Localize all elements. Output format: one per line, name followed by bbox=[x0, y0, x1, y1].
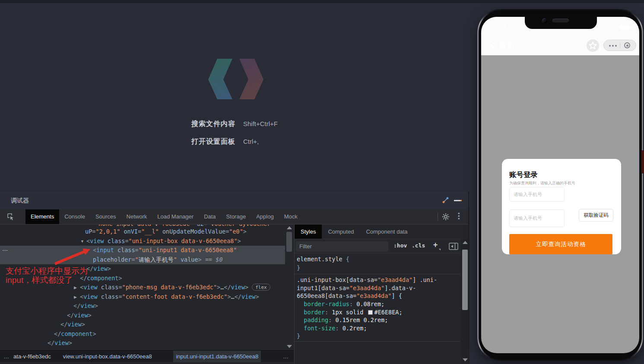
login-card: 账号登录 为确保查询顺利，请输入正确的手机号 请输入手机号 请输入手机号 获取验… bbox=[502, 159, 621, 254]
css-token: : bbox=[335, 325, 342, 332]
css-token: : bbox=[325, 309, 332, 316]
more-icon-dot bbox=[612, 45, 614, 47]
login-title: 账号登录 bbox=[509, 170, 538, 180]
css-token: #E6E8EA; bbox=[374, 309, 403, 316]
css-token: 1px solid bbox=[332, 309, 367, 316]
css-token: input1[data-sa= bbox=[297, 285, 349, 291]
devtools-tab-applog[interactable]: Applog bbox=[251, 209, 279, 224]
breadcrumb-item[interactable]: input.uni-input1.data-v-6650eea8 bbox=[173, 351, 261, 362]
css-token: element.style bbox=[297, 256, 346, 263]
css-token: 0.08rem; bbox=[356, 301, 384, 307]
css-line[interactable]: .uni-input-box[data-sa="e3aad4da"] .uni- bbox=[297, 276, 437, 283]
phone-power-button bbox=[641, 150, 644, 174]
speaker-grille bbox=[552, 19, 569, 22]
rule-separator-2 bbox=[295, 341, 460, 342]
css-line[interactable]: border: 1px solid #E6E8EA; bbox=[297, 309, 403, 316]
css-token: 0.15rem 0.2rem; bbox=[335, 317, 388, 323]
css-token: padding bbox=[297, 317, 328, 323]
css-token: .uni-input-box[data-sa= bbox=[297, 276, 378, 283]
css-line[interactable]: input1[data-sa="e3aad4da"].data-v- bbox=[297, 285, 416, 291]
devtools-tab-load-manager[interactable]: Load Manager bbox=[152, 209, 199, 224]
shortcut-row: 打开设置面板Ctrl+, bbox=[191, 137, 235, 146]
camera-icon bbox=[542, 18, 547, 23]
styles-pane: StylesComputedComponent data Filter :hov… bbox=[294, 225, 469, 364]
get-code-button[interactable]: 获取验证码 bbox=[579, 209, 613, 222]
shortcut-label: 打开设置面板 bbox=[191, 138, 235, 145]
inspect-icon[interactable] bbox=[7, 213, 15, 221]
styles-toolbar: Filter :hov .cls + bbox=[295, 239, 460, 253]
devtools-tab-data[interactable]: Data bbox=[199, 209, 221, 224]
battery-icon bbox=[620, 25, 630, 30]
scrollbar-thumb[interactable] bbox=[286, 232, 292, 252]
more-icon-dot bbox=[609, 45, 611, 47]
sidebar-toggle-icon[interactable] bbox=[449, 243, 458, 250]
styles-scroll-down[interactable] bbox=[463, 358, 468, 361]
styles-tab-computed[interactable]: Computed bbox=[322, 225, 360, 239]
styles-tab-styles[interactable]: Styles bbox=[295, 225, 322, 239]
css-token: : bbox=[349, 301, 356, 307]
cls-toggle[interactable]: .cls bbox=[412, 242, 425, 249]
login-subtitle: 为确保查询顺利，请输入正确的手机号 bbox=[509, 180, 575, 186]
expand-icon[interactable] bbox=[442, 196, 449, 204]
color-swatch[interactable] bbox=[368, 310, 373, 315]
editor-background: 搜索文件内容Shift+Ctrl+F打开设置面板Ctrl+, bbox=[0, 3, 469, 191]
new-rule-button[interactable]: + bbox=[433, 241, 438, 249]
favorite-button[interactable] bbox=[587, 39, 599, 52]
more-icon-dot bbox=[615, 45, 617, 47]
shortcut-row: 搜索文件内容Shift+Ctrl+F bbox=[191, 120, 235, 129]
css-line[interactable]: 6650eea8[data-sa="e3aad4da"] { bbox=[297, 292, 402, 299]
kebab-menu-icon[interactable]: ••• bbox=[458, 212, 460, 221]
annotation-text-line2: input，样式都没了 bbox=[6, 275, 73, 286]
nav-title[interactable]: 首页 bbox=[498, 40, 515, 51]
hov-toggle[interactable]: :hov bbox=[393, 242, 407, 249]
css-line[interactable]: } bbox=[297, 264, 300, 271]
css-token: ].data-v- bbox=[384, 285, 416, 291]
devtools-tab-console[interactable]: Console bbox=[59, 209, 90, 224]
breadcrumb-item[interactable]: ata-v-f6eb3edc bbox=[13, 351, 51, 362]
submit-button[interactable]: 立即查询活动资格 bbox=[509, 234, 612, 254]
phone-number-input[interactable]: 请输入手机号 bbox=[509, 187, 565, 202]
css-line[interactable]: font-size: 0.2rem; bbox=[297, 325, 367, 332]
phone-screen: 09:21 100% 首页 bbox=[481, 17, 639, 353]
styles-scroll-up[interactable] bbox=[463, 241, 468, 244]
breadcrumb-item[interactable]: … bbox=[283, 351, 289, 362]
breadcrumb-item[interactable]: view.uni-input-box.data-v-6650eea8 bbox=[63, 351, 152, 362]
debugger-panel: 调试器 ElementsConsoleSourcesNetworkLoad Ma… bbox=[0, 191, 469, 364]
gear-icon[interactable] bbox=[441, 212, 450, 221]
rule-separator-1 bbox=[295, 274, 460, 274]
back-chevron-icon[interactable] bbox=[490, 42, 498, 49]
styles-scrollbar-thumb[interactable] bbox=[462, 250, 468, 310]
screenshot-root: 搜索文件内容Shift+Ctrl+F打开设置面板Ctrl+, 调试器 Eleme… bbox=[0, 0, 644, 364]
css-token: font-size bbox=[297, 325, 335, 332]
devtools-tab-storage[interactable]: Storage bbox=[221, 209, 251, 224]
devtools-tab-elements[interactable]: Elements bbox=[25, 209, 59, 224]
capsule-menu[interactable] bbox=[603, 40, 636, 51]
css-token: 6650eea8[data-sa= bbox=[297, 292, 356, 299]
css-line[interactable]: padding: 0.15rem 0.2rem; bbox=[297, 317, 388, 323]
styles-tab-component-data[interactable]: Component data bbox=[360, 225, 413, 239]
styles-filter-input[interactable]: Filter bbox=[296, 241, 388, 252]
debugger-title: 调试器 bbox=[11, 197, 29, 205]
css-line[interactable]: border-radius: 0.08rem; bbox=[297, 301, 384, 307]
devtools-tab-network[interactable]: Network bbox=[121, 209, 152, 224]
breadcrumb-item[interactable]: … bbox=[3, 351, 9, 362]
elements-scrollbar[interactable] bbox=[285, 225, 294, 350]
devtools-tab-mock[interactable]: Mock bbox=[279, 209, 303, 224]
shortcut-keys: Ctrl+, bbox=[243, 138, 259, 145]
css-line[interactable]: element.style { bbox=[297, 256, 349, 263]
scroll-up-arrow[interactable] bbox=[287, 226, 292, 229]
css-token: } bbox=[297, 264, 300, 271]
debugger-titlebar: 调试器 bbox=[0, 191, 468, 209]
scroll-down-arrow[interactable] bbox=[287, 345, 292, 348]
css-token: 0.2rem; bbox=[343, 325, 367, 332]
close-circle-icon[interactable] bbox=[624, 42, 630, 48]
devtools-tab-sources[interactable]: Sources bbox=[90, 209, 121, 224]
phone-notch bbox=[525, 17, 597, 29]
devtools-tabbar: ElementsConsoleSourcesNetworkLoad Manage… bbox=[0, 209, 468, 225]
styles-scrollbar[interactable] bbox=[461, 239, 470, 364]
css-token: "e3aad4da" bbox=[356, 292, 391, 299]
css-line[interactable]: } bbox=[297, 332, 300, 339]
verify-code-input[interactable]: 请输入手机号 bbox=[509, 209, 565, 227]
shortcut-keys: Shift+Ctrl+F bbox=[243, 120, 278, 127]
css-token: "e3aad4da" bbox=[349, 285, 384, 291]
